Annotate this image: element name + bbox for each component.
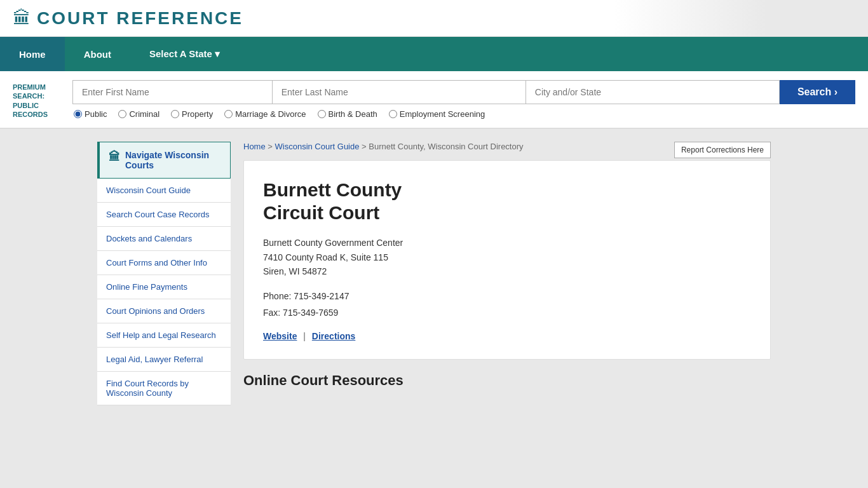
logo-icon: 🏛 (13, 8, 31, 29)
sidebar-item-case-records[interactable]: Search Court Case Records (97, 203, 231, 227)
radio-criminal[interactable]: Criminal (118, 109, 159, 119)
search-inputs: Search › (72, 80, 855, 104)
search-label: PREMIUM SEARCH: PUBLIC RECORDS (13, 80, 64, 119)
nav-about[interactable]: About (65, 37, 130, 71)
court-contact: Phone: 715-349-2147 Fax: 715-349-7659 (263, 288, 751, 320)
court-phone: Phone: 715-349-2147 (263, 291, 349, 301)
search-location[interactable] (526, 80, 780, 104)
report-corrections-button[interactable]: Report Corrections Here (674, 142, 771, 158)
sidebar-court-icon: 🏛 (109, 151, 120, 164)
breadcrumb-guide[interactable]: Wisconsin Court Guide (275, 142, 360, 151)
sidebar-item-fine-payments[interactable]: Online Fine Payments (97, 275, 231, 299)
radio-public[interactable]: Public (74, 109, 107, 119)
sidebar-item-court-forms[interactable]: Court Forms and Other Info (97, 251, 231, 275)
link-separator: | (303, 331, 306, 341)
radio-marriage-divorce[interactable]: Marriage & Divorce (224, 109, 306, 119)
sidebar-header: 🏛 Navigate Wisconsin Courts (97, 142, 231, 179)
nav-select-state[interactable]: Select A State ▾ (130, 37, 239, 71)
sidebar: 🏛 Navigate Wisconsin Courts Wisconsin Co… (97, 142, 231, 405)
sidebar-item-find-by-county[interactable]: Find Court Records by Wisconsin County (97, 372, 231, 405)
court-address: Burnett County Government Center 7410 Co… (263, 236, 751, 278)
sidebar-item-legal-aid[interactable]: Legal Aid, Lawyer Referral (97, 348, 231, 372)
main-nav: Home About Select A State ▾ (0, 37, 868, 71)
radio-birth-death[interactable]: Birth & Death (318, 109, 377, 119)
sidebar-item-self-help[interactable]: Self Help and Legal Research (97, 323, 231, 348)
search-bar: PREMIUM SEARCH: PUBLIC RECORDS Search › … (0, 71, 868, 129)
search-fields: Search › Public Criminal Property Marria… (72, 80, 855, 119)
search-button[interactable]: Search › (780, 80, 855, 104)
court-card: Burnett County Circuit Court Burnett Cou… (243, 160, 771, 360)
search-last-name[interactable] (272, 80, 526, 104)
radio-property[interactable]: Property (171, 109, 213, 119)
sidebar-item-court-guide[interactable]: Wisconsin Court Guide (97, 179, 231, 203)
court-name: Burnett County Circuit Court (263, 179, 751, 224)
breadcrumb-home[interactable]: Home (243, 142, 266, 151)
sidebar-item-opinions[interactable]: Court Opinions and Orders (97, 299, 231, 323)
search-radio-group: Public Criminal Property Marriage & Divo… (72, 109, 855, 119)
site-header: 🏛 COURT REFERENCE (0, 0, 868, 37)
logo[interactable]: 🏛 COURT REFERENCE (13, 8, 243, 29)
main-wrapper: 🏛 Navigate Wisconsin Courts Wisconsin Co… (85, 142, 783, 405)
header-bg-decoration (614, 0, 868, 36)
logo-text: COURT REFERENCE (37, 8, 243, 29)
sidebar-item-dockets[interactable]: Dockets and Calendars (97, 227, 231, 251)
breadcrumb-current: Burnett County, Wisconsin Court Director… (369, 142, 523, 151)
court-fax: Fax: 715-349-7659 (263, 308, 338, 318)
breadcrumb-row: Report Corrections Here Home > Wisconsin… (243, 142, 771, 160)
nav-home[interactable]: Home (0, 37, 65, 71)
court-links: Website | Directions (263, 331, 751, 341)
sidebar-header-text: Navigate Wisconsin Courts (125, 150, 221, 170)
court-website-link[interactable]: Website (263, 331, 297, 341)
online-resources-heading: Online Court Resources (243, 372, 771, 389)
content-area: Report Corrections Here Home > Wisconsin… (243, 142, 771, 405)
search-first-name[interactable] (72, 80, 272, 104)
court-directions-link[interactable]: Directions (312, 331, 355, 341)
radio-employment-screening[interactable]: Employment Screening (389, 109, 485, 119)
